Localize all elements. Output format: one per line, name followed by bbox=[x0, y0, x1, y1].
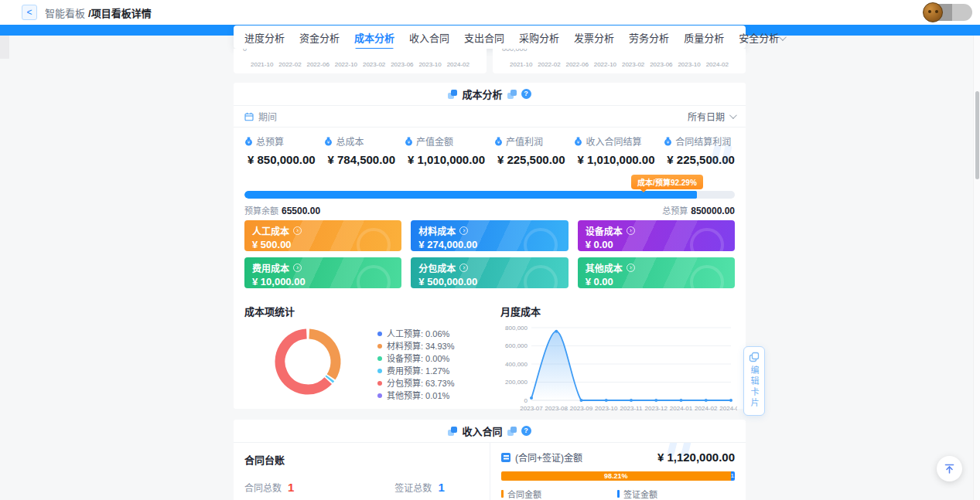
legend-dot bbox=[377, 369, 382, 373]
cost-card-material[interactable]: 材料成本› ¥ 274,000.00 bbox=[411, 220, 568, 251]
cost-cards-grid: 人工成本› ¥ 500.00 材料成本› ¥ 274,000.00 设备成本› … bbox=[234, 216, 746, 296]
tab-list: 进度分析 资金分析 成本分析 收入合同 支出合同 采购分析 发票分析 劳务分析 … bbox=[244, 30, 779, 45]
x-axis-label: 2022-10 bbox=[335, 61, 357, 68]
main-content-column: 进度分析 资金分析 成本分析 收入合同 支出合同 采购分析 发票分析 劳务分析 … bbox=[234, 26, 746, 500]
stat-label: 总成本 bbox=[336, 134, 364, 148]
tab-procurement[interactable]: 采购分析 bbox=[519, 30, 559, 45]
tab-income-contract[interactable]: 收入合同 bbox=[409, 30, 449, 45]
analysis-tab-bar: 进度分析 资金分析 成本分析 收入合同 支出合同 采购分析 发票分析 劳务分析 … bbox=[234, 26, 746, 49]
cost-card-labor[interactable]: 人工成本› ¥ 500.00 bbox=[244, 220, 401, 251]
tab-expense-contract[interactable]: 支出合同 bbox=[464, 30, 504, 45]
budget-progress-fill bbox=[244, 191, 697, 199]
remaining-budget-label: 预算余额 bbox=[244, 206, 278, 216]
budget-ratio-badge: 成本/预算92.29% bbox=[631, 175, 703, 189]
amount-label: (合同+签证)金额 bbox=[515, 451, 582, 464]
cost-card-equipment[interactable]: 设备成本› ¥ 0.00 bbox=[578, 220, 735, 251]
x-axis-label: 2023-10 bbox=[678, 61, 700, 68]
axis-remnant: 0 bbox=[243, 49, 247, 53]
cost-item-stats-chart: 成本项统计 人工预算: 0.06%材料预算: 34.93%设备预算: 0.00%… bbox=[234, 296, 490, 409]
svg-text:200,000: 200,000 bbox=[505, 379, 528, 386]
partial-chart-right: 800,000 2021-10 2022-02 2022-06 2022-10 … bbox=[493, 49, 746, 73]
cost-card-other[interactable]: 其他成本› ¥ 0.00 bbox=[578, 257, 735, 288]
svg-text:2023-09: 2023-09 bbox=[570, 405, 593, 412]
cost-card-value: ¥ 500.00 bbox=[252, 239, 394, 250]
stat-value: ¥ 1,010,000.00 bbox=[405, 153, 485, 166]
total-budget-label: 总预算 bbox=[662, 206, 688, 216]
svg-text:2024-03: 2024-03 bbox=[719, 405, 737, 412]
x-axis-label: 2022-06 bbox=[306, 61, 329, 68]
x-axis-label: 2022-02 bbox=[278, 61, 301, 68]
tab-invoice[interactable]: 发票分析 bbox=[574, 30, 614, 45]
stat-label: 产值利润 bbox=[506, 134, 543, 148]
budget-progress-track bbox=[244, 191, 735, 199]
arrow-right-icon[interactable]: › bbox=[627, 264, 635, 272]
cost-card-value: ¥ 0.00 bbox=[586, 276, 727, 287]
tab-safety[interactable]: 安全分析 bbox=[739, 30, 779, 45]
cost-card-label: 人工成本 bbox=[252, 224, 289, 237]
svg-text:800,000: 800,000 bbox=[505, 325, 528, 332]
cost-card-value: ¥ 500,000.00 bbox=[418, 276, 560, 287]
help-icon[interactable]: ? bbox=[521, 426, 531, 436]
money-bag-icon: ¥ bbox=[324, 137, 333, 146]
arrow-right-icon[interactable]: › bbox=[459, 264, 468, 272]
svg-text:2023-08: 2023-08 bbox=[545, 405, 569, 412]
left-scroll-artifact bbox=[0, 36, 9, 59]
contract-ledger: 合同台账 合同总数1 签证总数1 bbox=[234, 443, 490, 500]
tabs-collapse-button[interactable] bbox=[779, 30, 784, 44]
tab-progress[interactable]: 进度分析 bbox=[244, 30, 285, 45]
legend-dot bbox=[377, 393, 382, 398]
chevron-down-icon bbox=[729, 111, 737, 119]
page-scrollbar-thumb[interactable] bbox=[975, 91, 979, 179]
contract-count-value: 1 bbox=[288, 481, 294, 494]
stat-label: 总预算 bbox=[256, 134, 284, 148]
cost-analysis-panel: 成本分析 ? 期间 所有日期 ¥总预算¥ 850,000.00¥总成本¥ 784… bbox=[234, 83, 746, 409]
cost-card-expense[interactable]: 费用成本› ¥ 10,000.00 bbox=[244, 257, 401, 288]
cost-card-value: ¥ 274,000.00 bbox=[418, 239, 560, 250]
period-dropdown[interactable]: 所有日期 bbox=[688, 110, 735, 123]
back-to-top-button[interactable] bbox=[937, 456, 962, 481]
stat-label: 收入合同结算 bbox=[586, 134, 641, 148]
x-axis-label: 2022-10 bbox=[594, 61, 616, 68]
svg-text:2023-07: 2023-07 bbox=[520, 405, 543, 412]
arrow-right-icon[interactable]: › bbox=[459, 226, 468, 235]
income-panel-body: 合同台账 合同总数1 签证总数1 (合同+签证)金额 ¥ 1,120,000.0… bbox=[234, 443, 746, 500]
contract-amount-card: (合同+签证)金额 ¥ 1,120,000.00 98.21% 1. 合同金额 … bbox=[490, 443, 746, 500]
tab-quality[interactable]: 质量分析 bbox=[684, 30, 724, 45]
page-scrollbar-track[interactable] bbox=[973, 36, 980, 500]
period-label: 期间 bbox=[258, 110, 277, 123]
money-bag-icon: ¥ bbox=[574, 137, 582, 146]
period-filter-row: 期间 所有日期 bbox=[234, 106, 746, 128]
contract-count: 合同总数1 bbox=[244, 481, 294, 494]
cost-card-label: 分包成本 bbox=[418, 261, 456, 274]
x-axis-label: 2022-02 bbox=[538, 61, 560, 68]
cost-card-subcontract[interactable]: 分包成本› ¥ 500,000.00 bbox=[411, 257, 568, 288]
cost-card-label: 其他成本 bbox=[586, 261, 623, 274]
user-avatar[interactable] bbox=[923, 2, 943, 22]
x-axis-label: 2023-02 bbox=[363, 61, 385, 68]
x-axis-label: 2024-02 bbox=[447, 61, 470, 68]
tab-labor[interactable]: 劳务分析 bbox=[629, 30, 669, 45]
breadcrumb-root[interactable]: 智能看板 bbox=[45, 8, 85, 19]
legend-visa-amount: 签证金额 ¥ 20,000.00 bbox=[617, 488, 733, 500]
svg-text:2023-11: 2023-11 bbox=[620, 405, 643, 412]
edit-card-icon bbox=[749, 352, 760, 362]
user-chip[interactable] bbox=[912, 2, 974, 22]
svg-text:400,000: 400,000 bbox=[505, 361, 528, 368]
help-icon[interactable]: ? bbox=[521, 89, 531, 99]
arrow-right-icon[interactable]: › bbox=[293, 264, 302, 272]
donut-legend: 人工预算: 0.06%材料预算: 34.93%设备预算: 0.00%费用预算: … bbox=[377, 328, 454, 402]
arrow-right-icon[interactable]: › bbox=[293, 226, 302, 235]
stat-3: ¥产值利润¥ 225,500.00 bbox=[494, 134, 565, 174]
tab-cost[interactable]: 成本分析 bbox=[354, 30, 394, 45]
tab-funds[interactable]: 资金分析 bbox=[299, 30, 340, 45]
edit-card-button[interactable]: 编辑卡片 bbox=[743, 346, 765, 416]
back-button[interactable]: < bbox=[22, 5, 37, 20]
legend-dot bbox=[377, 381, 382, 386]
money-bag-icon: ¥ bbox=[244, 137, 253, 146]
x-axis-label: 2021-10 bbox=[251, 61, 273, 68]
period-value: 所有日期 bbox=[688, 110, 725, 123]
stat-4: ¥收入合同结算¥ 1,010,000.00 bbox=[574, 134, 654, 174]
arrow-right-icon[interactable]: › bbox=[627, 226, 635, 235]
income-bar-visa: 1. bbox=[731, 471, 735, 481]
edit-card-label: 编辑卡片 bbox=[748, 366, 760, 409]
